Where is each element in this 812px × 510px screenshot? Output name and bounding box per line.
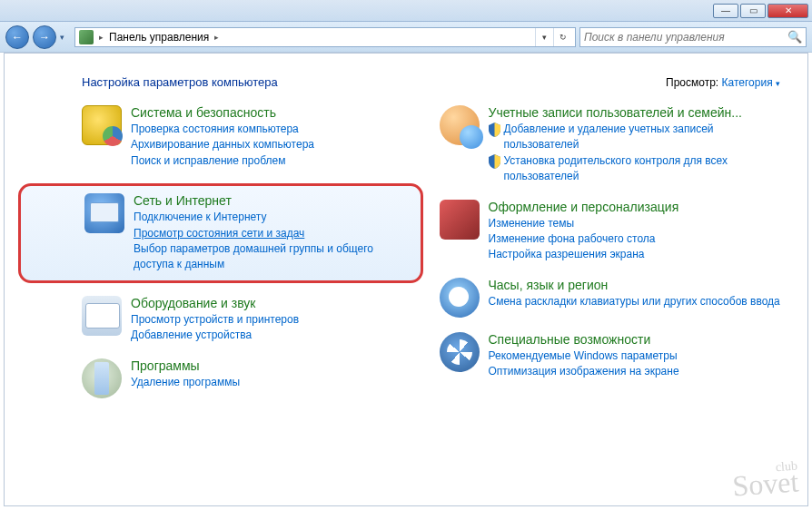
category-programs: Программы Удаление программы	[82, 358, 423, 398]
category-title[interactable]: Система и безопасность	[131, 105, 423, 120]
category-title[interactable]: Оформление и персонализация	[489, 200, 781, 214]
category-title[interactable]: Сеть и Интернет	[134, 193, 411, 208]
category-link[interactable]: Оптимизация изображения на экране	[489, 364, 781, 379]
control-panel-icon	[79, 30, 94, 44]
category-link[interactable]: Изменение фона рабочего стола	[489, 231, 781, 247]
shield-icon	[489, 154, 500, 169]
category-link[interactable]: Проверка состояния компьютера	[131, 122, 423, 137]
watermark: club Sovet	[731, 461, 799, 499]
category-hardware: Оборудование и звук Просмотр устройств и…	[82, 296, 423, 344]
category-network: Сеть и Интернет Подключение к Интернету …	[84, 193, 411, 273]
clock-icon	[440, 278, 480, 318]
category-link[interactable]: Добавление устройства	[131, 328, 423, 343]
chevron-down-icon: ▾	[776, 79, 780, 88]
shield-icon	[489, 123, 500, 137]
search-box[interactable]: 🔍	[579, 27, 807, 47]
category-link-hovered[interactable]: Просмотр состояния сети и задач	[134, 226, 411, 241]
view-by-selector[interactable]: Просмотр: Категория ▾	[666, 76, 780, 89]
right-column: Учетные записи пользователей и семейн...…	[440, 105, 781, 413]
close-button[interactable]: ✕	[767, 4, 808, 18]
category-title[interactable]: Специальные возможности	[489, 332, 781, 347]
history-dropdown[interactable]: ▾	[60, 33, 71, 42]
users-icon	[440, 105, 480, 145]
programs-icon	[82, 358, 122, 398]
crumb-arrow-icon: ▸	[214, 33, 219, 42]
category-link[interactable]: Установка родительского контроля для все…	[504, 153, 781, 185]
category-security: Система и безопасность Проверка состояни…	[82, 105, 423, 169]
forward-button[interactable]: →	[33, 25, 56, 49]
highlighted-network-section: Сеть и Интернет Подключение к Интернету …	[18, 183, 423, 283]
category-link[interactable]: Изменение темы	[489, 216, 781, 231]
appearance-icon	[440, 200, 480, 240]
hardware-icon	[82, 296, 122, 336]
minimize-button[interactable]: —	[713, 4, 738, 18]
back-button[interactable]: ←	[5, 25, 29, 49]
category-users: Учетные записи пользователей и семейн...…	[440, 105, 781, 185]
category-title[interactable]: Программы	[131, 358, 423, 373]
category-link[interactable]: Смена раскладки клавиатуры или других сп…	[489, 294, 781, 309]
category-link[interactable]: Настройка разрешения экрана	[489, 247, 781, 262]
search-icon[interactable]: 🔍	[787, 30, 802, 44]
content-area: Настройка параметров компьютера Просмотр…	[4, 53, 808, 506]
category-link[interactable]: Рекомендуемые Windows параметры	[489, 348, 781, 364]
category-title[interactable]: Учетные записи пользователей и семейн...	[489, 105, 781, 120]
category-link[interactable]: Просмотр устройств и принтеров	[131, 312, 423, 328]
crumb-arrow-icon: ▸	[99, 33, 104, 42]
category-link[interactable]: Удаление программы	[131, 375, 423, 390]
category-clock: Часы, язык и регион Смена раскладки клав…	[440, 278, 781, 318]
maximize-button[interactable]: ▭	[740, 4, 766, 18]
address-bar[interactable]: ▸ Панель управления ▸ ▾ ↻	[74, 27, 576, 47]
navigation-bar: ← → ▾ ▸ Панель управления ▸ ▾ ↻ 🔍	[0, 22, 812, 53]
refresh-button[interactable]: ↻	[553, 28, 571, 46]
view-prefix: Просмотр:	[666, 76, 718, 89]
category-link[interactable]: Архивирование данных компьютера	[131, 137, 423, 152]
category-appearance: Оформление и персонализация Изменение те…	[440, 200, 781, 263]
address-dropdown[interactable]: ▾	[535, 28, 553, 46]
view-value[interactable]: Категория	[722, 76, 773, 89]
breadcrumb[interactable]: Панель управления	[109, 31, 209, 44]
category-link[interactable]: Выбор параметров домашней группы и общег…	[134, 241, 411, 273]
category-link[interactable]: Поиск и исправление проблем	[131, 153, 423, 169]
category-accessibility: Специальные возможности Рекомендуемые Wi…	[440, 332, 781, 380]
category-link[interactable]: Подключение к Интернету	[134, 210, 411, 225]
search-input[interactable]	[584, 31, 787, 44]
category-title[interactable]: Часы, язык и регион	[489, 278, 781, 292]
page-title: Настройка параметров компьютера	[82, 75, 278, 89]
security-icon	[82, 105, 122, 145]
window-titlebar: — ▭ ✕	[0, 0, 812, 22]
category-title[interactable]: Оборудование и звук	[131, 296, 423, 310]
accessibility-icon	[440, 332, 480, 372]
network-icon	[84, 193, 124, 233]
left-column: Система и безопасность Проверка состояни…	[82, 105, 423, 413]
category-link[interactable]: Добавление и удаление учетных записей по…	[504, 122, 781, 153]
